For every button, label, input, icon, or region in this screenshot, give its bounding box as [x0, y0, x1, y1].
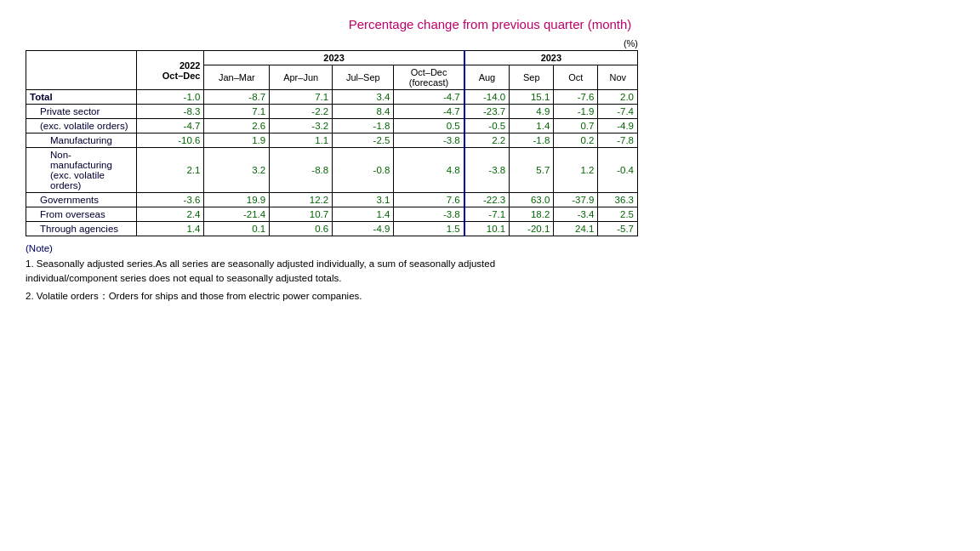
table-row: From overseas2.4-21.410.71.4-3.8-7.118.2…	[26, 207, 638, 222]
table-row: (exc. volatile orders)-4.72.6-3.2-1.80.5…	[26, 119, 638, 133]
notes-header: (Note)	[26, 243, 553, 253]
note-item: 1. Seasonally adjusted series.As all ser…	[26, 257, 553, 287]
table-row: Non-manufacturing(exc. volatile orders)2…	[26, 148, 638, 193]
table-row: Governments-3.619.912.23.17.6-22.363.0-3…	[26, 193, 638, 207]
page-title: Percentage change from previous quarter …	[26, 17, 954, 31]
table-row: Manufacturing-10.61.91.1-2.5-3.82.2-1.80…	[26, 133, 638, 148]
percent-unit-label: (%)	[26, 38, 638, 48]
note-item: 2. Volatile orders：Orders for ships and …	[26, 289, 553, 304]
data-table: 2022Oct–Dec20232023Jan–MarApr–JunJul–Sep…	[26, 50, 638, 236]
table-row: Total-1.0-8.77.13.4-4.7-14.015.1-7.62.0	[26, 90, 638, 105]
table-row: Through agencies1.40.10.6-4.91.510.1-20.…	[26, 222, 638, 236]
table-header-top-row: 2022Oct–Dec20232023	[26, 51, 638, 65]
table-row: Private sector-8.37.1-2.28.4-4.7-23.74.9…	[26, 105, 638, 119]
notes-section: (Note) 1. Seasonally adjusted series.As …	[26, 243, 553, 304]
